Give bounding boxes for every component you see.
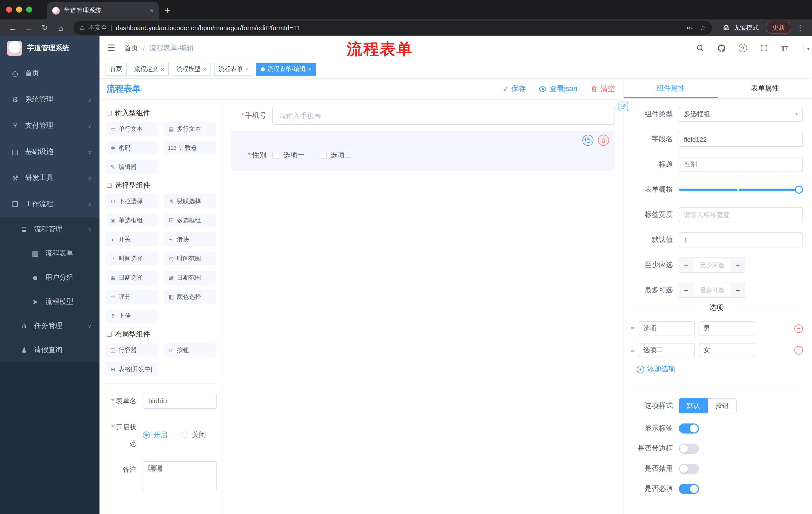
sidebar-item-leave-query[interactable]: ♟ 请假查询: [0, 338, 99, 362]
palette-item-date-picker[interactable]: ▦日期选择: [106, 271, 158, 285]
tag-home[interactable]: 首页: [106, 63, 127, 76]
add-option-button[interactable]: + 添加选项: [630, 364, 803, 374]
palette-item-upload[interactable]: ⇪上传: [106, 309, 158, 323]
palette-item-checkbox-group[interactable]: ☑多选框组: [164, 213, 216, 227]
close-icon[interactable]: ×: [203, 65, 206, 73]
sidebar-item-devtools[interactable]: ⚒ 研发工具 ∨: [0, 165, 99, 191]
sidebar-item-user-group[interactable]: ☻ 用户分组: [0, 266, 99, 290]
form-canvas[interactable]: 手机号: [223, 100, 623, 514]
component-type-select[interactable]: 多选框组 ▾: [679, 107, 803, 122]
min-select-input[interactable]: [693, 258, 731, 272]
home-icon[interactable]: ⌂: [54, 23, 67, 32]
browser-tab[interactable]: 芋道管理系统 ×: [47, 2, 159, 19]
decrease-button[interactable]: −: [679, 258, 693, 272]
sidebar-logo[interactable]: 芋道管理系统: [0, 36, 99, 60]
sidebar-item-system[interactable]: ⚙ 系统管理 ∨: [0, 86, 99, 113]
palette-item-color-picker[interactable]: ◧颜色选择: [164, 290, 216, 304]
gender-option1-checkbox[interactable]: 选项一: [272, 151, 304, 160]
palette-item-time-picker[interactable]: ◔时间选择: [106, 251, 158, 266]
forward-icon[interactable]: →: [22, 23, 35, 32]
phone-field-row[interactable]: 手机号: [231, 107, 615, 125]
show-label-switch[interactable]: [679, 424, 699, 434]
remove-option-button[interactable]: −: [794, 324, 803, 333]
sidebar-item-infrastructure[interactable]: ▤ 基础设施 ∨: [0, 139, 99, 165]
search-icon[interactable]: [696, 44, 704, 52]
sidebar-item-process-management[interactable]: ≣ 流程管理 ∧: [0, 217, 99, 241]
max-select-input[interactable]: [693, 283, 731, 297]
palette-item-radio-group[interactable]: ◉单选框组: [106, 213, 158, 227]
close-icon[interactable]: ×: [161, 65, 164, 73]
tag-process-model[interactable]: 流程模型 ×: [172, 63, 211, 76]
view-json-button[interactable]: 查看json: [539, 84, 577, 93]
palette-item-switch[interactable]: ◐开关: [106, 232, 158, 246]
sidebar-item-process-model[interactable]: ➤ 流程模型: [0, 290, 99, 314]
close-icon[interactable]: ×: [245, 65, 249, 73]
slider-handle[interactable]: [795, 186, 803, 194]
gender-option2-checkbox[interactable]: 选项二: [320, 151, 352, 160]
label-width-input[interactable]: [679, 207, 803, 222]
palette-item-button[interactable]: ☞按钮: [164, 343, 216, 357]
palette-item-counter[interactable]: 123计数器: [164, 141, 216, 155]
tab-form-props[interactable]: 表单属性: [718, 78, 812, 98]
sidebar-item-workflow[interactable]: ❒ 工作流程 ∧: [0, 191, 99, 217]
palette-item-cascader[interactable]: ⋔级联选择: [164, 194, 216, 208]
option1-label-input[interactable]: [639, 321, 695, 335]
breadcrumb-home[interactable]: 首页: [124, 44, 139, 53]
tag-process-form[interactable]: 流程表单 ×: [214, 63, 253, 76]
update-button[interactable]: 更新: [766, 22, 791, 34]
sidebar-item-payment[interactable]: ¥ 支付管理 ∨: [0, 113, 99, 139]
window-zoom-button[interactable]: [26, 6, 32, 12]
password-key-icon[interactable]: [686, 24, 694, 31]
tag-process-form-edit[interactable]: 流程表单-编辑 ×: [256, 63, 316, 76]
status-on-radio[interactable]: 开启: [143, 431, 167, 439]
disabled-switch[interactable]: [679, 464, 699, 474]
tab-close-icon[interactable]: ×: [150, 6, 154, 15]
option2-value-input[interactable]: [699, 343, 755, 357]
sidebar-item-task-management[interactable]: ⋔ 任务管理 ∨: [0, 314, 99, 338]
palette-item-rate[interactable]: ☆评分: [106, 290, 158, 304]
palette-item-date-range[interactable]: ▩日期范围: [164, 271, 216, 285]
fullscreen-icon[interactable]: [759, 44, 768, 52]
palette-item-row-container[interactable]: ◫行容器: [106, 343, 158, 357]
palette-item-time-range[interactable]: ◷时间范围: [164, 251, 216, 266]
increase-button[interactable]: +: [731, 258, 745, 272]
address-bar[interactable]: ⚠ 不安全 | dashboard.yudao.iocoder.cn/bpm/m…: [74, 21, 712, 35]
default-value-input[interactable]: [679, 232, 803, 247]
palette-item-password[interactable]: ✱密码: [106, 141, 158, 155]
drag-handle-icon[interactable]: ≡: [631, 324, 635, 332]
window-minimize-button[interactable]: [16, 6, 22, 12]
decrease-button[interactable]: −: [679, 283, 693, 297]
option2-label-input[interactable]: [639, 343, 695, 357]
window-close-button[interactable]: [6, 6, 12, 12]
form-remark-textarea[interactable]: 嘿嘿: [143, 461, 216, 490]
gender-field-row[interactable]: 性别 选项一 选项二: [231, 151, 608, 160]
option1-value-input[interactable]: [699, 321, 755, 335]
form-grid-slider[interactable]: [679, 182, 803, 197]
reload-icon[interactable]: ↻: [38, 23, 51, 32]
required-switch[interactable]: [679, 484, 699, 494]
save-button[interactable]: ✓ 保存: [502, 84, 526, 93]
field-name-input[interactable]: [679, 132, 803, 147]
browser-menu-icon[interactable]: ⋮: [794, 23, 806, 32]
border-switch[interactable]: [679, 443, 699, 454]
selected-widget-gender[interactable]: 性别 选项一 选项二: [231, 131, 615, 171]
hamburger-icon[interactable]: ☰: [108, 43, 115, 53]
drag-handle-icon[interactable]: ≡: [631, 346, 635, 354]
tag-process-definition[interactable]: 流程定义 ×: [129, 63, 169, 76]
new-tab-button[interactable]: +: [159, 5, 177, 19]
increase-button[interactable]: +: [731, 283, 745, 297]
user-avatar[interactable]: ▾: [803, 44, 804, 52]
bookmark-star-icon[interactable]: ☆: [700, 24, 706, 32]
github-icon[interactable]: [717, 44, 726, 53]
tab-component-props[interactable]: 组件属性: [624, 78, 718, 98]
clear-button[interactable]: 清空: [590, 84, 615, 93]
close-icon[interactable]: ×: [308, 65, 312, 73]
status-off-radio[interactable]: 关闭: [181, 431, 206, 439]
palette-item-table[interactable]: ⊞表格[开发中]: [106, 362, 158, 376]
delete-widget-button[interactable]: [598, 135, 609, 146]
phone-field-input[interactable]: [272, 107, 615, 125]
palette-item-slider[interactable]: ⊸滑块: [164, 232, 216, 246]
copy-widget-button[interactable]: [582, 135, 593, 146]
palette-item-select[interactable]: ⊙下拉选择: [106, 194, 158, 208]
link-icon[interactable]: [618, 102, 628, 111]
